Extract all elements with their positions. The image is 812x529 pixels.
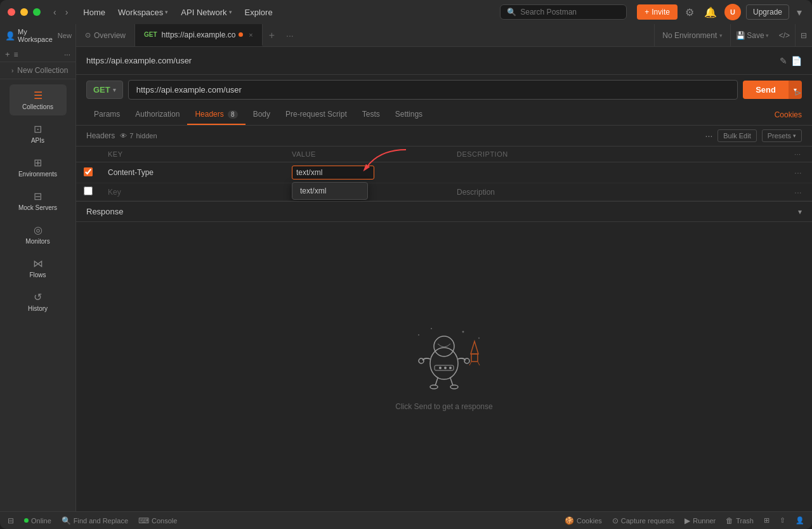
invite-button[interactable]: + Invite [637,4,678,20]
runner-button[interactable]: ▶ Runner [684,516,716,525]
bottom-bar: ⊟ Online 🔍 Find and Replace ⌨ Console 🍪 … [0,511,812,529]
sidebar-item-apis[interactable]: ⊡ APIs [10,118,67,149]
row2-checkbox[interactable] [84,186,93,195]
sidebar-item-mock-servers[interactable]: ⊟ Mock Servers [10,185,67,216]
sidebar-item-label-flows: Flows [29,271,46,278]
headers-table-body: Content-Type text/xml [76,162,812,201]
settings-button[interactable]: ⚙ [683,4,697,21]
collections-more-icon[interactable]: ··· [64,50,70,59]
avatar[interactable]: U [724,4,741,20]
row2-desc-placeholder: Description [457,188,495,197]
presets-button[interactable]: Presets ▾ [762,129,802,142]
code-view-button[interactable]: </> [774,24,795,46]
explore-nav-item[interactable]: Explore [240,5,278,20]
runner-icon: ▶ [684,516,690,525]
traffic-light-yellow[interactable] [20,8,28,16]
sidebar-item-label-mock-servers: Mock Servers [18,204,57,211]
capture-requests-button[interactable]: ⊙ Capture requests [612,516,674,525]
response-collapse-button[interactable]: ▾ [798,207,802,216]
tab-request-get[interactable]: GET https://api.example.co × [135,24,263,46]
cookies-link[interactable]: Cookies [775,110,802,119]
api-network-nav-item[interactable]: API Network ▾ [176,5,237,20]
edit-url-button[interactable]: ✎ [780,56,787,66]
save-button[interactable]: 💾 Save ▾ [731,24,773,46]
cookies-bottom-button[interactable]: 🍪 Cookies [565,516,602,525]
sidebar-item-flows[interactable]: ⋈ Flows [10,252,67,284]
request-area: GET ▾ Send ▾ Params [76,75,812,201]
row1-value-dropdown: text/xml [292,166,442,180]
dropdown-item-textxml[interactable]: text/xml [292,183,367,199]
layout-button[interactable]: ⊟ [795,24,812,46]
save-icon: 💾 [736,31,745,40]
environment-selector[interactable]: No Environment ▾ [654,24,730,46]
docs-url-button[interactable]: 📄 [791,56,802,66]
trash-button[interactable]: 🗑 Trash [726,516,754,525]
row2-more-cell[interactable]: ··· [787,183,812,201]
bottom-share-button[interactable]: ⇧ [780,516,785,525]
col-key: KEY [100,147,284,162]
traffic-light-red[interactable] [8,8,15,16]
svg-point-10 [449,367,452,369]
method-label: GET [93,85,110,95]
row2-key-cell[interactable]: Key [100,183,284,201]
tab-tests[interactable]: Tests [355,105,388,125]
add-icon: + [5,49,10,59]
row1-dropdown-list: text/xml [292,182,368,200]
headers-more-button[interactable]: ··· [705,131,713,141]
sidebar-item-monitors[interactable]: ◎ Monitors [10,219,67,250]
table-row: Key Description ··· [76,183,812,201]
trash-icon: 🗑 [726,516,733,525]
svg-point-2 [434,336,454,356]
layout-toggle-button[interactable]: ⊟ [8,516,14,525]
request-tabs: Params Authorization Headers 8 Body Pre-… [76,105,812,126]
bottom-more-button[interactable]: ⊞ [764,516,769,525]
back-button[interactable]: ‹ [51,6,59,18]
tab-overview[interactable]: ⊙ Overview [76,24,135,46]
right-panel-button[interactable]: ⊳ [794,88,802,98]
sidebar-new-button[interactable]: New [55,30,74,41]
tab-body[interactable]: Body [246,105,278,125]
col-more: ··· [787,147,812,162]
row1-key-value: Content-Type [108,168,154,177]
find-replace-button[interactable]: 🔍 Find and Replace [62,516,128,525]
tab-settings[interactable]: Settings [388,105,430,125]
online-status: Online [24,517,51,525]
layout-icon: ⊟ [8,516,14,525]
console-button[interactable]: ⌨ Console [138,516,177,525]
online-dot-icon [24,518,29,523]
search-input[interactable] [520,8,620,16]
traffic-light-green[interactable] [33,8,41,16]
response-header: Response ▾ [76,202,812,222]
add-tab-button[interactable]: + [263,24,281,46]
bottom-account-button[interactable]: 👤 [796,516,804,525]
row1-checkbox[interactable] [84,167,93,176]
sidebar-item-history[interactable]: ↺ History [10,286,67,317]
method-chevron-icon: ▾ [113,87,116,93]
find-replace-icon: 🔍 [62,516,71,525]
upgrade-button[interactable]: Upgrade [746,4,789,20]
bulk-edit-button[interactable]: Bulk Edit [717,129,756,142]
row1-more-cell[interactable]: ··· [787,162,812,183]
more-button[interactable]: ▾ [794,4,804,21]
workspaces-nav-item[interactable]: Workspaces ▾ [113,5,173,20]
notifications-button[interactable]: 🔔 [702,4,719,21]
forward-button[interactable]: › [63,6,71,18]
tab-authorization[interactable]: Authorization [128,105,187,125]
method-select[interactable]: GET ▾ [86,81,123,99]
more-tabs-button[interactable]: ··· [281,24,299,46]
send-button[interactable]: Send [743,81,789,99]
hidden-headers-badge[interactable]: 👁 7 hidden [120,132,157,140]
tab-pre-request[interactable]: Pre-request Script [278,105,355,125]
url-input[interactable] [128,80,738,100]
tab-params[interactable]: Params [86,105,128,125]
capture-icon: ⊙ [612,516,619,525]
tab-close-icon[interactable]: × [249,31,252,39]
home-nav-item[interactable]: Home [78,5,110,20]
env-chevron-icon: ▾ [719,32,723,39]
new-collection-item[interactable]: › New Collection [0,62,75,79]
search-bar[interactable]: 🔍 [500,4,627,20]
sidebar-item-collections[interactable]: ☰ Collections [10,84,67,115]
titlebar-actions: + Invite ⚙ 🔔 U Upgrade ▾ [637,4,804,21]
sidebar-item-environments[interactable]: ⊞ Environments [10,152,67,183]
tab-headers[interactable]: Headers 8 [187,105,245,125]
